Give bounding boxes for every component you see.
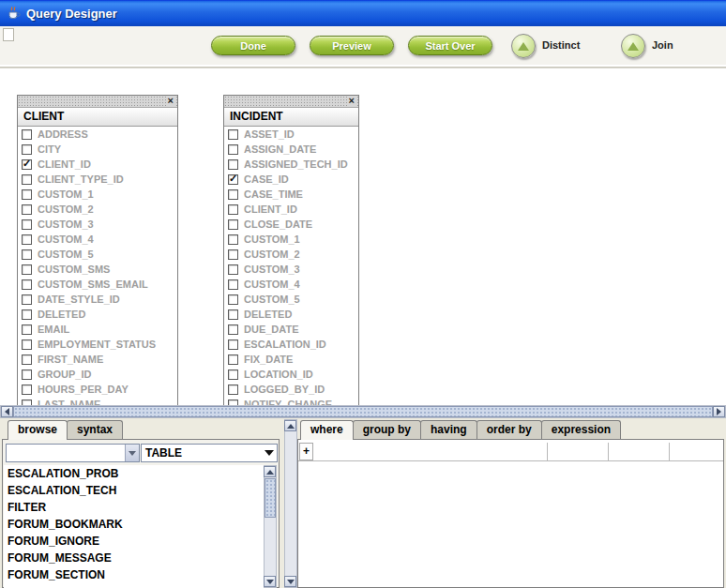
checkbox[interactable] — [22, 249, 32, 260]
field-row[interactable]: ADDRESS — [18, 127, 177, 142]
close-icon[interactable]: × — [167, 95, 174, 107]
field-row[interactable]: ESCALATION_ID — [224, 337, 358, 352]
table-list-item[interactable]: FORUM_BOOKMARK — [4, 516, 264, 533]
checkbox[interactable] — [22, 219, 32, 230]
done-button[interactable]: Done — [211, 36, 295, 55]
field-row[interactable]: DELETED — [18, 307, 177, 322]
scroll-down-button[interactable] — [264, 576, 276, 587]
checkbox[interactable] — [22, 384, 32, 395]
field-row[interactable]: CUSTOM_SMS — [18, 262, 177, 277]
field-row[interactable]: FIRST_NAME — [18, 352, 177, 367]
checkbox[interactable] — [228, 264, 238, 275]
distinct-toggle-button[interactable] — [511, 34, 536, 58]
checkbox[interactable] — [22, 159, 32, 170]
field-row[interactable]: CUSTOM_3 — [18, 217, 177, 232]
checkbox[interactable] — [228, 219, 238, 230]
horizontal-scroll-thumb[interactable] — [13, 406, 713, 417]
join-toggle-button[interactable] — [621, 34, 645, 58]
table-list-item[interactable]: FORUM_IGNORE — [4, 533, 264, 550]
frame-titlebar[interactable]: × — [18, 96, 177, 108]
field-row[interactable]: CUSTOM_2 — [224, 247, 358, 262]
tab-expression[interactable]: expression — [541, 420, 621, 439]
table-list-item[interactable]: ESCALATION_TECH — [4, 482, 264, 499]
scroll-up-button[interactable] — [284, 420, 296, 431]
field-row[interactable]: CLIENT_ID — [18, 157, 177, 172]
checkbox[interactable] — [22, 204, 32, 215]
field-row[interactable]: CUSTOM_1 — [224, 232, 358, 247]
field-row[interactable]: CLOSE_DATE — [224, 217, 358, 232]
tab-having[interactable]: having — [420, 420, 477, 439]
table-list-scrollbar[interactable] — [264, 465, 277, 588]
tab-syntax[interactable]: syntax — [67, 420, 123, 439]
table-dropdown-button[interactable] — [262, 445, 277, 461]
field-row[interactable]: CUSTOM_5 — [224, 292, 358, 307]
checkbox[interactable] — [228, 159, 238, 170]
checkbox[interactable] — [228, 369, 238, 380]
field-row[interactable]: LOGGED_BY_ID — [224, 382, 358, 397]
field-row[interactable]: CUSTOM_1 — [18, 187, 177, 202]
checkbox[interactable] — [22, 354, 32, 365]
checkbox[interactable] — [228, 249, 238, 260]
checkbox[interactable] — [22, 189, 32, 200]
checkbox[interactable] — [228, 324, 238, 335]
field-row[interactable]: CUSTOM_5 — [18, 247, 177, 262]
filter-dropdown-button[interactable] — [125, 445, 139, 461]
titlebar[interactable]: Query Designer — [0, 0, 726, 26]
table-list-item[interactable]: FORUM_SECTION — [4, 566, 264, 583]
table-list-item[interactable]: FILTER — [4, 499, 264, 516]
field-row[interactable]: CLIENT_ID — [224, 202, 358, 217]
frame-titlebar[interactable]: × — [224, 96, 358, 108]
scroll-left-button[interactable] — [1, 406, 13, 417]
field-row[interactable]: EMAIL — [18, 322, 177, 337]
checkbox[interactable] — [22, 324, 32, 335]
scroll-right-button[interactable] — [713, 406, 725, 417]
field-row[interactable]: CLIENT_TYPE_ID — [18, 172, 177, 187]
close-icon[interactable]: × — [348, 95, 355, 107]
checkbox[interactable] — [22, 294, 32, 305]
checkbox[interactable] — [228, 174, 238, 185]
field-row[interactable]: CUSTOM_4 — [18, 232, 177, 247]
field-row[interactable]: GROUP_ID — [18, 367, 177, 382]
checkbox[interactable] — [228, 294, 238, 305]
field-row[interactable]: LOCATION_ID — [224, 367, 358, 382]
field-row[interactable]: LAST_NAME — [18, 397, 177, 405]
checkbox[interactable] — [228, 354, 238, 365]
scroll-up-button[interactable] — [264, 466, 276, 477]
clause-panel-scrollbar[interactable] — [284, 419, 297, 588]
toolbar-drag-handle[interactable] — [3, 28, 14, 41]
field-row[interactable]: CASE_ID — [224, 172, 358, 187]
field-row[interactable]: CUSTOM_4 — [224, 277, 358, 292]
checkbox[interactable] — [22, 234, 32, 245]
field-row[interactable]: NOTIFY_CHANGE — [224, 397, 358, 405]
field-row[interactable]: DUE_DATE — [224, 322, 358, 337]
preview-button[interactable]: Preview — [310, 36, 394, 55]
checkbox[interactable] — [228, 204, 238, 215]
field-row[interactable]: DELETED — [224, 307, 358, 322]
checkbox[interactable] — [228, 339, 238, 350]
field-row[interactable]: CASE_TIME — [224, 187, 358, 202]
checkbox[interactable] — [228, 189, 238, 200]
field-row[interactable]: ASSIGN_DATE — [224, 142, 358, 157]
checkbox[interactable] — [228, 309, 238, 320]
table-list-item[interactable]: ESCALATION_PROB — [4, 465, 264, 482]
field-row[interactable]: DATE_STYLE_ID — [18, 292, 177, 307]
field-row[interactable]: ASSET_ID — [224, 127, 358, 142]
tab-order-by[interactable]: order by — [476, 420, 542, 439]
desktop-horizontal-scrollbar[interactable] — [0, 405, 726, 418]
checkbox[interactable] — [22, 129, 32, 140]
tab-group-by[interactable]: group by — [353, 420, 421, 439]
tab-browse[interactable]: browse — [8, 420, 68, 440]
checkbox[interactable] — [22, 369, 32, 380]
field-row[interactable]: CUSTOM_SMS_EMAIL — [18, 277, 177, 292]
table-list-item[interactable]: FORUM_MESSAGE — [4, 550, 264, 566]
field-row[interactable]: FIX_DATE — [224, 352, 358, 367]
add-row-cell[interactable]: + — [299, 443, 313, 460]
table-mode-combobox[interactable]: TABLE — [141, 444, 278, 462]
field-row[interactable]: ASSIGNED_TECH_ID — [224, 157, 358, 172]
start-over-button[interactable]: Start Over — [408, 36, 492, 55]
tab-where[interactable]: where — [300, 420, 354, 440]
checkbox[interactable] — [228, 279, 238, 290]
checkbox[interactable] — [228, 234, 238, 245]
checkbox[interactable] — [228, 129, 238, 140]
checkbox[interactable] — [22, 144, 32, 155]
